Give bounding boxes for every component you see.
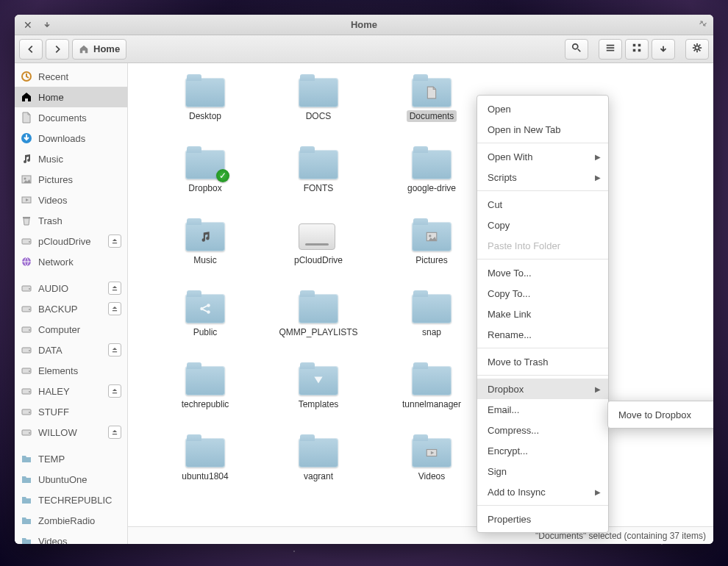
window-maximize-button[interactable] bbox=[699, 19, 707, 30]
folder-icon bbox=[412, 366, 452, 395]
search-button[interactable] bbox=[565, 39, 588, 60]
sidebar-item-network[interactable]: Network bbox=[15, 251, 127, 272]
eject-button[interactable] bbox=[108, 234, 121, 248]
eject-button[interactable] bbox=[108, 426, 121, 439]
sidebar-item-techrepublic[interactable]: TECHREPUBLIC bbox=[15, 490, 127, 510]
grid-item[interactable]: QMMP_PLAYLISTS bbox=[271, 287, 366, 359]
sidebar-item-music[interactable]: Music bbox=[15, 148, 127, 169]
view-sort-button[interactable] bbox=[652, 39, 675, 60]
sidebar-item-audio[interactable]: AUDIO bbox=[15, 278, 127, 298]
grid-item[interactable]: Videos bbox=[384, 431, 479, 503]
grid-item[interactable]: tunnelmanager bbox=[384, 359, 479, 431]
ctx-properties[interactable]: Properties bbox=[477, 509, 608, 529]
ctx-open[interactable]: Open bbox=[477, 98, 608, 119]
folder-icon bbox=[412, 78, 452, 107]
grid-item[interactable]: Desktop bbox=[157, 71, 253, 143]
grid-item[interactable]: techrepublic bbox=[157, 359, 253, 431]
grid-item[interactable]: Public bbox=[157, 287, 253, 359]
window-close-button[interactable]: ✕ bbox=[21, 18, 35, 32]
sidebar-item-documents[interactable]: Documents bbox=[15, 107, 127, 128]
menu-button[interactable] bbox=[685, 39, 709, 60]
ctx-move-to[interactable]: Move To... bbox=[477, 262, 608, 283]
sidebar-item-label: ZombieRadio bbox=[38, 515, 121, 526]
ctx-open-with[interactable]: Open With▶ bbox=[477, 146, 608, 167]
sidebar-item-willow[interactable]: WILLOW bbox=[15, 422, 127, 443]
subctx-move-to-dropbox[interactable]: Move to Dropbox bbox=[608, 404, 713, 425]
sidebar: RecentHomeDocumentsDownloadsMusicPicture… bbox=[15, 63, 128, 544]
ctx-scripts[interactable]: Scripts▶ bbox=[477, 167, 608, 187]
ctx-rename[interactable]: Rename... bbox=[477, 324, 608, 345]
grid-item-label: FONTS bbox=[301, 182, 337, 194]
grid-item[interactable]: pCloudDrive bbox=[271, 215, 366, 287]
eject-button[interactable] bbox=[108, 343, 121, 357]
sidebar-item-trash[interactable]: Trash bbox=[15, 210, 127, 231]
grid-item[interactable]: Documents bbox=[384, 71, 479, 143]
grid-item[interactable]: Templates bbox=[271, 359, 366, 431]
window-minimize-button[interactable] bbox=[40, 18, 54, 32]
grid-item-label: Documents bbox=[407, 110, 457, 122]
sidebar-item-label: BACKUP bbox=[38, 304, 102, 315]
grid-item[interactable]: ubuntu1804 bbox=[157, 431, 253, 503]
eject-button[interactable] bbox=[108, 302, 121, 315]
ctx-add-to-insync[interactable]: Add to Insync▶ bbox=[477, 481, 608, 502]
folder-icon bbox=[412, 294, 452, 323]
grid-item[interactable]: FONTS bbox=[271, 143, 366, 215]
folder-icon bbox=[21, 303, 32, 315]
ctx-item-label: Open in New Tab bbox=[488, 124, 561, 135]
folder-icon bbox=[21, 453, 32, 465]
sidebar-item-pclouddrive[interactable]: pCloudDrive bbox=[15, 231, 127, 251]
ctx-copy[interactable]: Copy bbox=[477, 215, 608, 235]
video-icon bbox=[412, 438, 452, 468]
eject-button[interactable] bbox=[108, 282, 121, 295]
file-grid[interactable]: DesktopDOCSDocumentsDownloadseclipse-wor… bbox=[128, 63, 713, 526]
sidebar-item-backup[interactable]: BACKUP bbox=[15, 298, 127, 319]
ctx-compress[interactable]: Compress... bbox=[477, 420, 608, 440]
sidebar-item-videos[interactable]: Videos bbox=[15, 190, 127, 210]
sidebar-item-computer[interactable]: Computer bbox=[15, 319, 127, 340]
grid-item[interactable]: DOCS bbox=[271, 71, 366, 143]
sidebar-item-home[interactable]: Home bbox=[15, 87, 127, 107]
ctx-sign[interactable]: Sign bbox=[477, 461, 608, 481]
sidebar-item-ubuntuone[interactable]: UbuntuOne bbox=[15, 469, 127, 490]
grid-item[interactable]: Pictures bbox=[384, 215, 479, 287]
nav-back-button[interactable] bbox=[19, 39, 43, 60]
ctx-item-label: Move To... bbox=[488, 268, 532, 279]
ctx-open-in-new-tab[interactable]: Open in New Tab bbox=[477, 119, 608, 140]
sidebar-item-label: Music bbox=[38, 154, 121, 165]
folder-icon bbox=[412, 438, 452, 468]
eject-button[interactable] bbox=[108, 384, 121, 398]
network-icon bbox=[21, 256, 32, 268]
sidebar-item-videos[interactable]: Videos bbox=[15, 531, 127, 544]
folder-icon bbox=[299, 294, 338, 323]
picture-icon bbox=[21, 173, 32, 185]
doc-icon bbox=[21, 112, 32, 123]
grid-item[interactable]: snap bbox=[384, 287, 479, 359]
grid-item[interactable]: ✓Dropbox bbox=[157, 143, 253, 215]
grid-item[interactable]: vagrant bbox=[271, 431, 366, 503]
path-home-button[interactable]: Home bbox=[72, 39, 126, 60]
ctx-encrypt[interactable]: Encrypt... bbox=[477, 440, 608, 461]
nav-forward-button[interactable] bbox=[46, 39, 69, 60]
grid-item[interactable]: google-drive bbox=[384, 143, 479, 215]
view-list-button[interactable] bbox=[599, 39, 622, 60]
sidebar-item-data[interactable]: DATA bbox=[15, 340, 127, 360]
sidebar-item-elements[interactable]: Elements bbox=[15, 360, 127, 381]
ctx-dropbox[interactable]: Dropbox▶ bbox=[477, 379, 608, 399]
folder-icon bbox=[412, 150, 452, 179]
sidebar-item-haley[interactable]: HALEY bbox=[15, 381, 127, 401]
view-grid-button[interactable] bbox=[625, 39, 649, 60]
sidebar-item-temp[interactable]: TEMP bbox=[15, 448, 127, 469]
folder-icon bbox=[21, 535, 32, 544]
sidebar-item-recent[interactable]: Recent bbox=[15, 66, 127, 87]
sidebar-item-zombieradio[interactable]: ZombieRadio bbox=[15, 510, 127, 531]
sidebar-item-stuff[interactable]: STUFF bbox=[15, 401, 127, 422]
grid-item[interactable]: Music bbox=[157, 215, 253, 287]
sidebar-item-downloads[interactable]: Downloads bbox=[15, 128, 127, 148]
sidebar-item-pictures[interactable]: Pictures bbox=[15, 169, 127, 190]
ctx-move-to-trash[interactable]: Move to Trash bbox=[477, 351, 608, 372]
ctx-copy-to[interactable]: Copy To... bbox=[477, 283, 608, 304]
ctx-make-link[interactable]: Make Link bbox=[477, 304, 608, 324]
ctx-cut[interactable]: Cut bbox=[477, 194, 608, 215]
doc-icon bbox=[412, 78, 452, 107]
ctx-email[interactable]: Email... bbox=[477, 399, 608, 420]
